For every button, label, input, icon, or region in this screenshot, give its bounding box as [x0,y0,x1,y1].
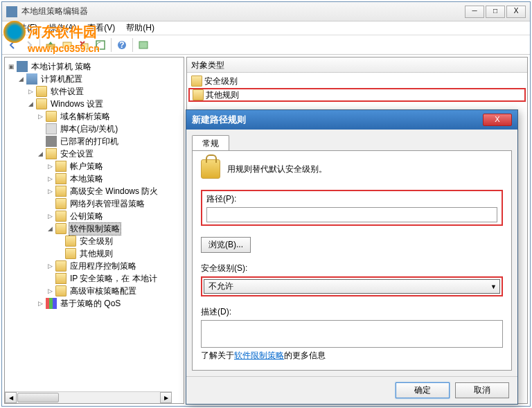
learn-more-link[interactable]: 软件限制策略 [234,351,284,360]
instruction-text: 用规则替代默认安全级别。 [227,163,327,175]
maximize-button[interactable]: □ [486,6,505,18]
tree-windows-settings[interactable]: ◢Windows 设置 [8,98,181,110]
scroll-right-button[interactable]: ▶ [160,392,172,403]
close-button[interactable]: X [506,6,526,18]
new-path-rule-dialog: 新建路径规则 X 常规 用规则替代默认安全级别。 路径(P): 浏览(B)...… [186,109,518,405]
tree-dns-policy[interactable]: ▷域名解析策略 [8,110,181,123]
tree-printers[interactable]: 已部署的打印机 [8,135,181,148]
cancel-button[interactable]: 取消 [455,382,509,398]
tool-button-4[interactable] [136,37,151,53]
forward-button[interactable] [21,37,37,53]
menu-help[interactable]: 帮助(H) [121,21,160,35]
menubar: 文件(F) 操作(A) 查看(V) 帮助(H) [2,21,530,35]
tree-network-list[interactable]: 网络列表管理器策略 [8,197,181,210]
menu-action[interactable]: 操作(A) [43,21,82,35]
tool-button-1[interactable] [60,37,75,53]
tree-root[interactable]: ▣本地计算机 策略 [8,60,181,73]
tree-pane: ▣本地计算机 策略 ◢计算机配置 ▷软件设置 ◢Windows 设置 ▷域名解析… [4,57,184,404]
tool-button-2[interactable] [76,37,91,53]
tree-account-policy[interactable]: ▷帐户策略 [8,160,181,172]
tree-app-control[interactable]: ▷应用程序控制策略 [8,260,181,272]
tree-qos[interactable]: ▷基于策略的 QoS [8,297,181,310]
horizontal-scrollbar[interactable]: ◀ ▶ [5,391,172,403]
svg-text:?: ? [119,40,124,50]
tab-general[interactable]: 常规 [192,135,229,150]
app-icon [6,6,17,17]
list-item-security-level[interactable]: 安全级别 [188,74,526,88]
tree-ip-security[interactable]: IP 安全策略，在 本地计 [8,272,181,285]
tree-public-key[interactable]: ▷公钥策略 [8,210,181,222]
tree-other-rules[interactable]: 其他规则 [8,247,181,260]
tree-local-policy[interactable]: ▷本地策略 [8,172,181,185]
tree-software-settings[interactable]: ▷软件设置 [8,85,181,98]
help-button[interactable]: ? [114,37,130,53]
svg-rect-6 [139,42,148,48]
learn-more-text: 了解关于软件限制策略的更多信息 [201,350,326,362]
up-button[interactable] [43,37,58,53]
svg-rect-1 [63,42,71,48]
tool-button-3[interactable] [93,37,108,53]
tree-advanced-audit[interactable]: ▷高级审核策略配置 [8,285,181,297]
titlebar: 本地组策略编辑器 ─ □ X [2,2,530,21]
back-button[interactable] [5,37,20,53]
svg-rect-2 [82,44,88,49]
security-level-select[interactable]: 不允许 ▼ [204,279,500,294]
description-label: 描述(D): [201,306,503,318]
dialog-close-button[interactable]: X [483,114,512,126]
tree-security[interactable]: ◢安全设置 [8,148,181,160]
tree-security-level[interactable]: 安全级别 [8,235,181,247]
description-input[interactable] [201,320,503,348]
window-title: 本地组策略编辑器 [21,6,465,17]
tree-computer-config[interactable]: ◢计算机配置 [8,73,181,85]
scroll-thumb[interactable] [17,393,59,402]
path-label: 路径(P): [206,193,497,205]
ok-button[interactable]: 确定 [396,382,450,398]
tree-firewall[interactable]: ▷高级安全 Windows 防火 [8,185,181,197]
list-item-other-rules[interactable]: 其他规则 [188,88,526,102]
menu-view[interactable]: 查看(V) [82,21,121,35]
tree-scripts[interactable]: 脚本(启动/关机) [8,123,181,135]
svg-rect-0 [46,44,55,49]
dialog-title: 新建路径规则 [192,114,483,126]
lock-icon [201,159,220,179]
chevron-down-icon: ▼ [490,283,497,290]
tree-software-restriction[interactable]: ◢软件限制策略 [8,222,181,235]
security-level-label: 安全级别(S): [201,263,503,274]
toolbar: ? [2,35,530,55]
path-input[interactable] [206,207,497,222]
menu-file[interactable]: 文件(F) [5,21,43,35]
list-header[interactable]: 对象类型 [187,57,527,73]
scroll-left-button[interactable]: ◀ [5,392,17,403]
minimize-button[interactable]: ─ [465,6,484,18]
dialog-titlebar[interactable]: 新建路径规则 X [186,110,517,130]
browse-button[interactable]: 浏览(B)... [201,237,251,253]
